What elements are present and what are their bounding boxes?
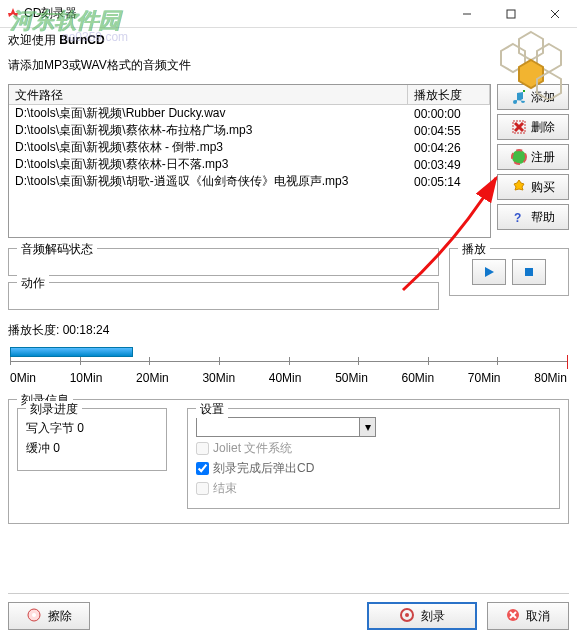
timeline: 0Min10Min20Min30Min40Min50Min60Min70Min8… [8, 343, 569, 385]
table-row[interactable]: D:\tools\桌面\新视频\胡歌-逍遥叹《仙剑奇侠传》电视原声.mp300:… [9, 173, 490, 190]
decode-status-label: 音频解码状态 [17, 241, 97, 258]
cell-duration: 00:05:14 [408, 175, 490, 189]
tick-label: 20Min [136, 371, 169, 385]
file-list[interactable]: 文件路径 播放长度 D:\tools\桌面\新视频\Rubber Ducky.w… [8, 84, 491, 238]
playback-length-row: 播放长度: 00:18:24 [8, 322, 569, 339]
svg-marker-7 [519, 60, 543, 88]
window-title: CD刻录器 [24, 5, 445, 22]
welcome-appname: BurnCD [59, 33, 104, 47]
burn-button[interactable]: 刻录 [367, 602, 477, 630]
tick-label: 70Min [468, 371, 501, 385]
svg-point-17 [32, 613, 36, 617]
stop-button[interactable] [512, 259, 546, 285]
settings-group: 设置 ▾ Joliet 文件系统 刻录完成后弹出CD 结束 [187, 408, 560, 509]
table-row[interactable]: D:\tools\桌面\新视频\Rubber Ducky.wav00:00:00 [9, 105, 490, 122]
cell-path: D:\tools\桌面\新视频\胡歌-逍遥叹《仙剑奇侠传》电视原声.mp3 [9, 173, 408, 190]
cancel-icon [506, 608, 520, 625]
burn-icon [399, 607, 415, 626]
cell-path: D:\tools\桌面\新视频\蔡依林-日不落.mp3 [9, 156, 408, 173]
decode-action-group: 动作 [8, 282, 439, 310]
tick-label: 80Min [534, 371, 567, 385]
tick-label: 0Min [10, 371, 36, 385]
svg-point-19 [405, 613, 409, 617]
eject-checkbox[interactable]: 刻录完成后弹出CD [196, 460, 551, 477]
list-header: 文件路径 播放长度 [9, 85, 490, 105]
svg-marker-8 [537, 72, 561, 100]
buffer-value: 0 [53, 441, 60, 455]
tick-label: 40Min [269, 371, 302, 385]
erase-button[interactable]: 擦除 [8, 602, 90, 630]
buffer-label: 缓冲 [26, 441, 50, 455]
tick-label: 30Min [202, 371, 235, 385]
hexagon-decoration-icon [491, 30, 571, 100]
svg-marker-4 [519, 32, 543, 60]
table-row[interactable]: D:\tools\桌面\新视频\蔡依林 - 倒带.mp300:04:26 [9, 139, 490, 156]
playlen-label: 播放长度: [8, 323, 59, 337]
table-row[interactable]: D:\tools\桌面\新视频\蔡依林-日不落.mp300:03:49 [9, 156, 490, 173]
cell-duration: 00:03:49 [408, 158, 490, 172]
cell-duration: 00:00:00 [408, 107, 490, 121]
timeline-track [10, 357, 567, 369]
help-button[interactable]: ? 帮助 [497, 204, 569, 230]
cancel-button[interactable]: 取消 [487, 602, 569, 630]
decode-action-label: 动作 [17, 275, 49, 292]
decode-status-group: 音频解码状态 [8, 248, 439, 276]
help-icon: ? [511, 209, 527, 225]
write-bytes-value: 0 [77, 421, 84, 435]
maximize-button[interactable] [489, 0, 533, 28]
buy-icon [511, 179, 527, 195]
erase-icon [26, 607, 42, 626]
col-duration-header[interactable]: 播放长度 [408, 85, 490, 104]
minimize-button[interactable] [445, 0, 489, 28]
app-icon [6, 7, 20, 21]
play-group: 播放 [449, 248, 569, 296]
play-label: 播放 [458, 241, 490, 258]
delete-button[interactable]: 删除 [497, 114, 569, 140]
cell-path: D:\tools\桌面\新视频\Rubber Ducky.wav [9, 105, 408, 122]
table-row[interactable]: D:\tools\桌面\新视频\蔡依林-布拉格广场.mp300:04:55 [9, 122, 490, 139]
svg-rect-1 [507, 10, 515, 18]
tick-label: 50Min [335, 371, 368, 385]
drive-select[interactable]: ▾ [196, 417, 376, 437]
register-button[interactable]: 注册 [497, 144, 569, 170]
tick-label: 60Min [401, 371, 434, 385]
joliet-checkbox: Joliet 文件系统 [196, 440, 551, 457]
finalize-checkbox: 结束 [196, 480, 551, 497]
cell-duration: 00:04:55 [408, 124, 490, 138]
tick-label: 10Min [70, 371, 103, 385]
footer: 擦除 刻录 取消 [8, 593, 569, 630]
decode-action-value [15, 289, 432, 303]
burn-progress-title: 刻录进度 [26, 401, 82, 418]
burn-info-group: 刻录信息 刻录进度 写入字节 0 缓冲 0 设置 ▾ Joliet 文件系统 刻… [8, 399, 569, 524]
svg-text:?: ? [514, 211, 521, 225]
welcome-prefix: 欢迎使用 [8, 33, 59, 47]
timeline-fill-bar [10, 347, 133, 357]
hint-text: 请添加MP3或WAV格式的音频文件 [8, 57, 191, 74]
burn-progress-group: 刻录进度 写入字节 0 缓冲 0 [17, 408, 167, 471]
cell-duration: 00:04:26 [408, 141, 490, 155]
delete-x-icon [511, 119, 527, 135]
write-bytes-label: 写入字节 [26, 421, 74, 435]
play-button[interactable] [472, 259, 506, 285]
register-icon [511, 149, 527, 165]
settings-label: 设置 [196, 401, 228, 418]
close-button[interactable] [533, 0, 577, 28]
cell-path: D:\tools\桌面\新视频\蔡依林-布拉格广场.mp3 [9, 122, 408, 139]
playlen-value: 00:18:24 [63, 323, 110, 337]
title-bar: CD刻录器 [0, 0, 577, 28]
buy-button[interactable]: 购买 [497, 174, 569, 200]
cell-path: D:\tools\桌面\新视频\蔡依林 - 倒带.mp3 [9, 139, 408, 156]
chevron-down-icon: ▾ [359, 418, 375, 436]
svg-rect-15 [525, 268, 533, 276]
col-path-header[interactable]: 文件路径 [9, 85, 408, 104]
